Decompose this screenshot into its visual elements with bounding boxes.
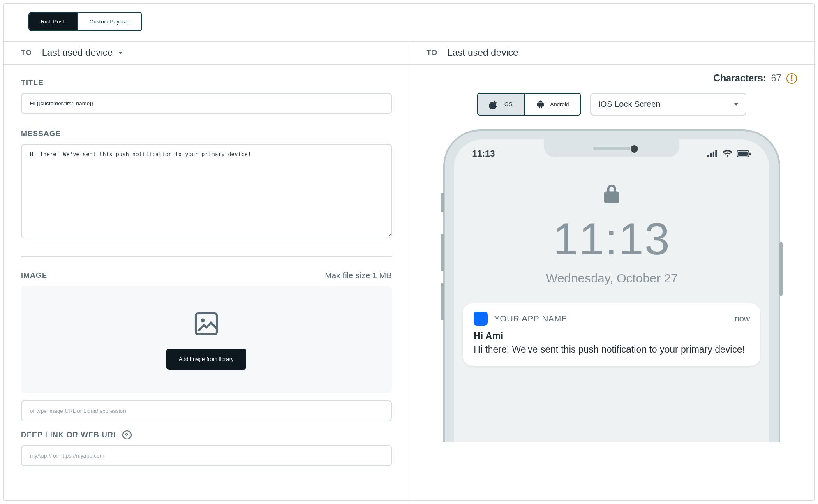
lock-screen: 11:13 Wednesday, October 27 bbox=[454, 183, 769, 285]
image-url-input[interactable] bbox=[21, 400, 392, 421]
status-time: 11:13 bbox=[472, 148, 495, 159]
phone-side-button bbox=[779, 242, 783, 296]
signal-icon bbox=[707, 150, 718, 157]
svg-rect-7 bbox=[738, 152, 748, 156]
warning-icon: ! bbox=[786, 73, 797, 84]
message-label: MESSAGE bbox=[21, 129, 392, 138]
composer-type-tabs: Rich Push Custom Payload bbox=[4, 4, 814, 42]
composer-body: TITLE MESSAGE IMAGE Max file size 1 MB bbox=[4, 65, 814, 500]
chevron-down-icon bbox=[118, 52, 122, 54]
battery-icon bbox=[737, 150, 751, 157]
divider bbox=[21, 256, 392, 257]
image-label: IMAGE bbox=[21, 271, 47, 280]
image-size-hint: Max file size 1 MB bbox=[325, 271, 391, 280]
app-icon bbox=[474, 312, 488, 326]
lock-icon bbox=[603, 183, 621, 204]
lock-date: Wednesday, October 27 bbox=[454, 271, 769, 285]
platform-ios[interactable]: iOS bbox=[478, 94, 524, 115]
notification-title: Hi Ami bbox=[474, 331, 750, 342]
deeplink-input[interactable] bbox=[21, 445, 392, 466]
character-count: Characters: 67 ! bbox=[427, 73, 797, 84]
title-input[interactable] bbox=[21, 93, 392, 114]
apple-icon bbox=[489, 100, 498, 109]
add-image-button[interactable]: Add image from library bbox=[166, 349, 246, 370]
chevron-down-icon bbox=[734, 103, 738, 106]
tab-custom-payload[interactable]: Custom Payload bbox=[77, 13, 141, 30]
phone-screen: 11:13 bbox=[454, 139, 769, 442]
deeplink-label: DEEP LINK OR WEB URL bbox=[21, 431, 118, 439]
svg-rect-4 bbox=[713, 152, 714, 157]
preview-view-value: iOS Lock Screen bbox=[598, 99, 660, 109]
characters-value: 67 bbox=[771, 73, 781, 84]
tab-rich-push[interactable]: Rich Push bbox=[29, 13, 77, 30]
push-composer: Rich Push Custom Payload TO Last used de… bbox=[3, 3, 815, 501]
phone-side-button bbox=[441, 283, 444, 320]
characters-label: Characters: bbox=[714, 73, 766, 84]
svg-point-1 bbox=[201, 318, 205, 322]
notification-card: YOUR APP NAME now Hi Ami Hi there! We've… bbox=[463, 303, 760, 366]
message-textarea[interactable] bbox=[21, 144, 392, 238]
editor-pane: TITLE MESSAGE IMAGE Max file size 1 MB bbox=[4, 65, 409, 500]
phone-notch bbox=[544, 139, 679, 157]
svg-rect-8 bbox=[749, 153, 751, 155]
platform-toggle: iOS Android bbox=[477, 93, 581, 116]
title-label: TITLE bbox=[21, 79, 392, 87]
wifi-icon bbox=[722, 150, 733, 157]
to-device-value: Last used device bbox=[42, 47, 113, 58]
notification-time: now bbox=[735, 314, 750, 324]
image-icon bbox=[192, 310, 220, 338]
to-label: TO bbox=[21, 49, 32, 57]
to-preview-value: Last used device bbox=[447, 47, 518, 58]
svg-rect-3 bbox=[710, 153, 712, 157]
notification-app-name: YOUR APP NAME bbox=[494, 314, 567, 324]
preview-view-select[interactable]: iOS Lock Screen bbox=[590, 93, 746, 116]
phone-side-button bbox=[441, 234, 444, 271]
phone-side-button bbox=[441, 193, 444, 212]
svg-rect-2 bbox=[707, 155, 709, 157]
image-dropzone[interactable]: Add image from library bbox=[21, 286, 392, 393]
platform-android[interactable]: Android bbox=[524, 94, 580, 115]
lock-time: 11:13 bbox=[454, 216, 769, 261]
android-icon bbox=[536, 100, 545, 109]
to-preview-label: TO bbox=[427, 49, 438, 57]
phone-camera bbox=[631, 145, 638, 153]
preview-pane: Characters: 67 ! iOS bbox=[409, 65, 815, 500]
svg-rect-5 bbox=[715, 150, 717, 157]
notification-message: Hi there! We've sent this push notificat… bbox=[474, 343, 750, 356]
to-device-select[interactable]: Last used device bbox=[42, 47, 123, 58]
help-icon[interactable]: ? bbox=[122, 430, 132, 439]
phone-frame: 11:13 bbox=[443, 129, 780, 442]
to-row: TO Last used device TO Last used device bbox=[4, 42, 814, 65]
